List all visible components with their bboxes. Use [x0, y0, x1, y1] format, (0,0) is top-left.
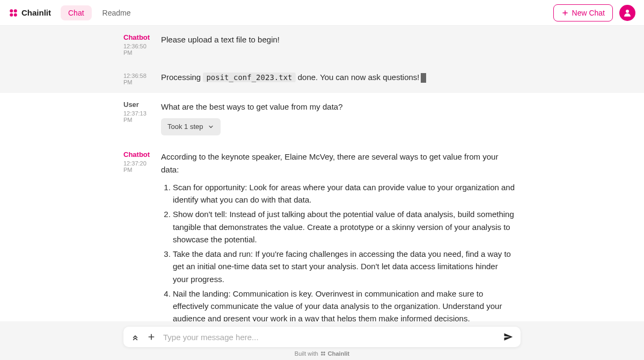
svg-point-3 — [14, 13, 17, 16]
step-expand-button[interactable]: Took 1 step — [161, 118, 221, 135]
built-with-brand: Chainlit — [328, 350, 349, 357]
message-body: Processing posit_conf_2023.txt done. You… — [161, 71, 526, 85]
send-button[interactable] — [503, 332, 513, 342]
message-row: User 12:37:13 PM What are the best ways … — [0, 93, 644, 143]
message-body: What are the best ways to get value from… — [161, 100, 526, 135]
message-timestamp: 12:36:50 PM — [123, 43, 152, 56]
msg-prefix: Processing — [161, 73, 203, 82]
expand-up-icon[interactable] — [131, 333, 140, 341]
svg-point-6 — [323, 351, 325, 353]
message-input-bar — [123, 327, 521, 347]
cursor-icon — [421, 73, 426, 83]
svg-point-8 — [323, 354, 325, 355]
chainlit-mini-icon — [320, 351, 326, 356]
brand-name: Chainlit — [21, 8, 51, 17]
message-body: According to the keynote speaker, Elaine… — [161, 150, 526, 321]
filename-code: posit_conf_2023.txt — [203, 73, 295, 82]
attach-icon[interactable] — [147, 333, 156, 341]
message-author: Chatbot — [123, 150, 150, 159]
message-row: Chatbot 12:36:50 PM Please upload a text… — [0, 26, 644, 63]
chevron-down-icon — [208, 124, 214, 130]
svg-point-5 — [321, 351, 323, 353]
app-header: Chainlit Chat Readme New Chat — [0, 0, 644, 26]
answer-list: Scan for opportunity: Look for areas whe… — [161, 181, 515, 321]
new-chat-button[interactable]: New Chat — [553, 4, 613, 21]
list-item: Take the data and run: If you're facing … — [173, 248, 515, 285]
svg-point-0 — [10, 9, 13, 12]
built-with-label: Built with — [295, 350, 318, 357]
svg-point-7 — [321, 354, 323, 355]
tab-chat[interactable]: Chat — [61, 5, 92, 20]
svg-point-4 — [626, 10, 629, 13]
svg-point-2 — [10, 13, 13, 16]
answer-intro: According to the keynote speaker, Elaine… — [161, 150, 515, 176]
svg-point-1 — [14, 9, 17, 12]
send-icon — [503, 332, 513, 342]
chainlit-logo-icon — [9, 8, 18, 18]
message-timestamp: 12:36:58 PM — [123, 73, 152, 85]
list-item: Show don't tell: Instead of just talking… — [173, 208, 515, 246]
nav-tabs: Chat Readme — [61, 5, 138, 20]
message-timestamp: 12:37:13 PM — [123, 110, 152, 123]
built-with-footer: Built with Chainlit — [0, 350, 644, 357]
footer: Built with Chainlit — [0, 321, 644, 360]
message-input[interactable] — [163, 333, 496, 342]
message-body: Please upload a text file to begin! — [161, 33, 526, 56]
brand-logo: Chainlit — [9, 8, 51, 18]
tab-readme[interactable]: Readme — [95, 5, 138, 20]
message-author: Chatbot — [123, 33, 150, 41]
plus-icon — [561, 9, 569, 17]
list-item: Nail the landing: Communication is key. … — [173, 287, 515, 321]
list-item: Scan for opportunity: Look for areas whe… — [173, 181, 515, 206]
msg-suffix: done. You can now ask questions! — [296, 73, 420, 82]
chat-content: Chatbot 12:36:50 PM Please upload a text… — [0, 26, 644, 321]
message-author: User — [123, 100, 139, 109]
user-avatar[interactable] — [619, 5, 635, 21]
person-icon — [623, 8, 632, 18]
new-chat-label: New Chat — [572, 9, 605, 17]
message-row: Chatbot 12:37:20 PM According to the key… — [0, 143, 644, 321]
step-label: Took 1 step — [167, 121, 203, 132]
message-row: 12:36:58 PM Processing posit_conf_2023.t… — [0, 63, 644, 93]
message-timestamp: 12:37:20 PM — [123, 160, 152, 173]
user-question: What are the best ways to get value from… — [161, 100, 515, 113]
